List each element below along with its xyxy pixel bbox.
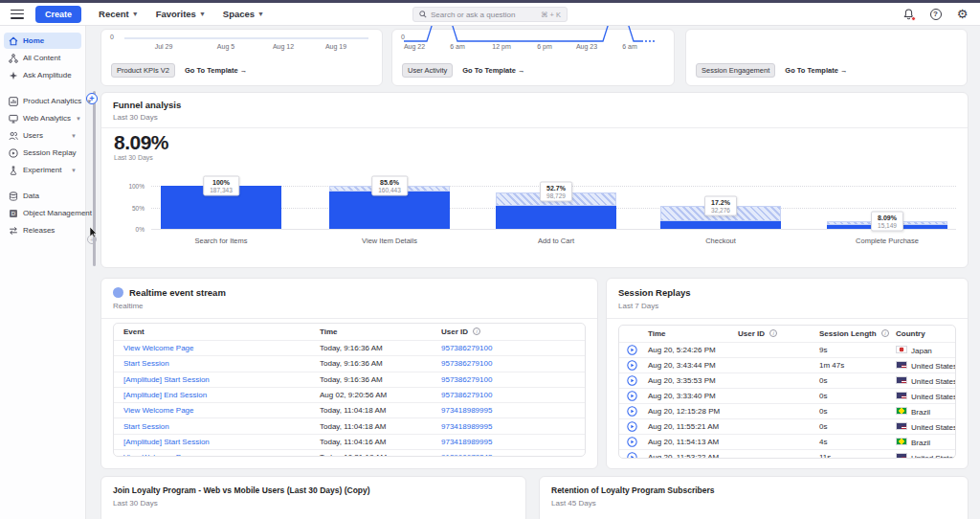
topbar-menu-recent[interactable]: Recent▼ xyxy=(99,9,139,19)
table-header-row: TimeUser ID iSession Length iCountry xyxy=(619,326,955,342)
template-card-footer: User ActivityGo To Template → xyxy=(402,63,524,78)
sidebar-item-label: All Content xyxy=(23,54,60,62)
funnel-step-label: Add to Cart xyxy=(538,237,574,245)
chevron-down-icon: ▼ xyxy=(257,11,264,17)
table-row: Start SessionToday, 9:16:36 AM9573862791… xyxy=(114,355,585,371)
country-flag-icon xyxy=(896,453,907,459)
country-flag-icon xyxy=(896,376,907,385)
user-id-link[interactable]: 957386279100 xyxy=(437,391,585,399)
table-row: View Welcome PageToday, 10:21:18 AM91296… xyxy=(114,449,585,457)
go-to-template-link[interactable]: Go To Template → xyxy=(785,66,847,75)
funnel-count: 160,443 xyxy=(378,187,401,193)
event-link[interactable]: [Amplitude] Start Session xyxy=(114,438,316,446)
funnel-bar[interactable] xyxy=(496,206,616,229)
realtime-event-stream-card: Realtime event stream Realtime EventTime… xyxy=(100,278,598,469)
sidebar-item-web-analytics[interactable]: Web Analytics▼ xyxy=(4,110,81,126)
x-axis-tick: Aug 23 xyxy=(576,43,597,50)
event-link[interactable]: View Welcome Page xyxy=(114,406,316,415)
play-replay-button[interactable] xyxy=(619,375,644,386)
user-id-link[interactable]: 973418989995 xyxy=(437,406,585,415)
sidebar-item-home[interactable]: Home xyxy=(4,33,81,49)
sidebar-item-experiment[interactable]: Experiment▼ xyxy=(4,162,81,178)
user-id-link[interactable]: 973418989995 xyxy=(437,422,585,431)
event-time: Aug 02, 9:20:56 AM xyxy=(316,391,437,399)
help-icon[interactable]: ? xyxy=(929,8,942,20)
sidebar-item-session-replay[interactable]: Session Replay xyxy=(4,145,81,161)
notifications-bell-icon[interactable] xyxy=(902,8,915,20)
database-icon xyxy=(9,192,18,201)
go-to-template-link[interactable]: Go To Template → xyxy=(185,66,247,75)
user-id-link[interactable]: 957386279100 xyxy=(437,375,585,384)
table-row: Aug 20, 12:15:28 PM0sBrazil xyxy=(619,403,955,418)
user-id-link[interactable]: 912960678243 xyxy=(437,453,585,457)
table-row: View Welcome PageToday, 11:04:18 AM97341… xyxy=(114,402,585,417)
replay-country: Brazil xyxy=(892,438,955,447)
sidebar-item-object-management[interactable]: DObject Management xyxy=(4,205,81,221)
template-tag[interactable]: Product KPIs V2 xyxy=(111,63,175,78)
sidebar-item-label: Data xyxy=(23,192,39,200)
topbar-menu-spaces[interactable]: Spaces▼ xyxy=(223,9,264,19)
template-tag[interactable]: User Activity xyxy=(402,63,453,78)
funnel-bar[interactable] xyxy=(660,221,781,229)
x-axis-tick: Aug 22 xyxy=(404,43,425,50)
sidebar-item-ask-amplitude[interactable]: Ask Amplitude xyxy=(4,67,81,83)
play-replay-button[interactable] xyxy=(619,452,644,459)
replay-country: United States xyxy=(892,453,955,459)
notification-dot xyxy=(911,16,916,21)
sidebar-item-data[interactable]: Data xyxy=(4,188,81,204)
funnel-value-label: 8.09%15,149 xyxy=(871,212,903,232)
sidebar-item-releases[interactable]: Releases xyxy=(4,222,81,238)
replay-time: Aug 20, 5:24:26 PM xyxy=(644,346,734,354)
play-replay-button[interactable] xyxy=(619,437,644,447)
settings-gear-icon[interactable]: ⚙ xyxy=(956,8,969,20)
event-link[interactable]: Start Session xyxy=(114,422,316,431)
hamburger-menu-icon[interactable] xyxy=(11,10,24,19)
play-replay-button[interactable] xyxy=(619,345,644,355)
session-replays-card: Session Replays Last 7 Days TimeUser ID … xyxy=(606,278,969,469)
country-flag-icon xyxy=(896,422,907,431)
sidebar-item-users[interactable]: Users▼ xyxy=(4,127,81,144)
funnel-bar[interactable] xyxy=(329,192,450,229)
go-to-template-link[interactable]: Go To Template → xyxy=(462,66,524,75)
play-circle-icon xyxy=(9,148,18,158)
sidebar-group-gap xyxy=(0,179,85,187)
funnel-metric-value: 8.09% xyxy=(114,131,168,154)
user-id-link[interactable]: 973418989995 xyxy=(437,438,585,446)
x-axis-tick: Aug 19 xyxy=(325,43,346,50)
sidebar-item-label: Ask Amplitude xyxy=(23,71,72,79)
sidebar-item-product-analytics[interactable]: Product Analytics▼ xyxy=(4,93,81,109)
col-event: Event xyxy=(114,327,316,336)
chevron-down-icon: ▼ xyxy=(76,116,81,122)
event-link[interactable]: [Amplitude] Start Session xyxy=(114,375,316,384)
event-link[interactable]: View Welcome Page xyxy=(114,453,316,457)
template-tag[interactable]: Session Engagement xyxy=(696,63,775,78)
table-row: Aug 20, 3:35:53 PM0sUnited States xyxy=(619,372,955,388)
play-replay-button[interactable] xyxy=(619,406,644,417)
sidebar-item-label: Home xyxy=(23,36,44,45)
user-id-link[interactable]: 957386279100 xyxy=(437,344,585,352)
event-link[interactable]: View Welcome Page xyxy=(114,344,316,352)
sidebar-item-all-content[interactable]: All Content xyxy=(4,50,81,66)
info-icon: i xyxy=(473,327,480,335)
topbar-menu-favorites[interactable]: Favorites▼ xyxy=(156,9,206,19)
funnel-subtitle: Last 30 Days xyxy=(113,113,956,122)
event-link[interactable]: [Amplitude] End Session xyxy=(114,391,316,399)
user-id-link[interactable]: 957386279100 xyxy=(437,359,585,368)
play-replay-button[interactable] xyxy=(619,391,644,401)
play-replay-button[interactable] xyxy=(619,360,644,371)
funnel-pct: 85.6% xyxy=(378,179,401,186)
col-user-id: User ID i xyxy=(437,327,585,336)
col-time: Time xyxy=(644,329,734,338)
funnel-pct: 17.2% xyxy=(711,199,730,206)
event-link[interactable]: Start Session xyxy=(114,359,316,368)
play-replay-button[interactable] xyxy=(619,421,644,432)
topbar-menu-label: Spaces xyxy=(223,9,255,19)
search-input[interactable]: Search or ask a question ⌘ + K xyxy=(412,7,568,22)
sidebar-item-label: Object Management xyxy=(23,209,92,217)
country-flag-icon xyxy=(896,361,907,370)
replays-header: Session Replays Last 7 Days xyxy=(607,279,968,318)
realtime-indicator-dot xyxy=(113,287,123,298)
create-button[interactable]: Create xyxy=(35,6,81,23)
sparkle-icon xyxy=(9,71,18,80)
table-row: [Amplitude] Start SessionToday, 11:04:16… xyxy=(114,434,585,449)
